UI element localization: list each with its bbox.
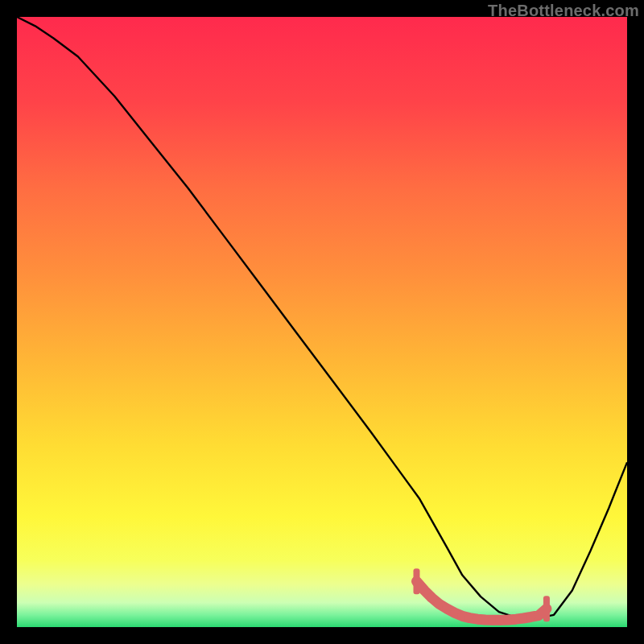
watermark-text: TheBottleneck.com — [488, 2, 639, 20]
bottleneck-chart — [17, 17, 627, 627]
chart-background — [17, 17, 627, 627]
marker-end-cap — [543, 596, 550, 621]
chart-frame — [17, 17, 627, 627]
marker-start-cap — [413, 568, 419, 594]
marker-dot — [526, 612, 535, 621]
